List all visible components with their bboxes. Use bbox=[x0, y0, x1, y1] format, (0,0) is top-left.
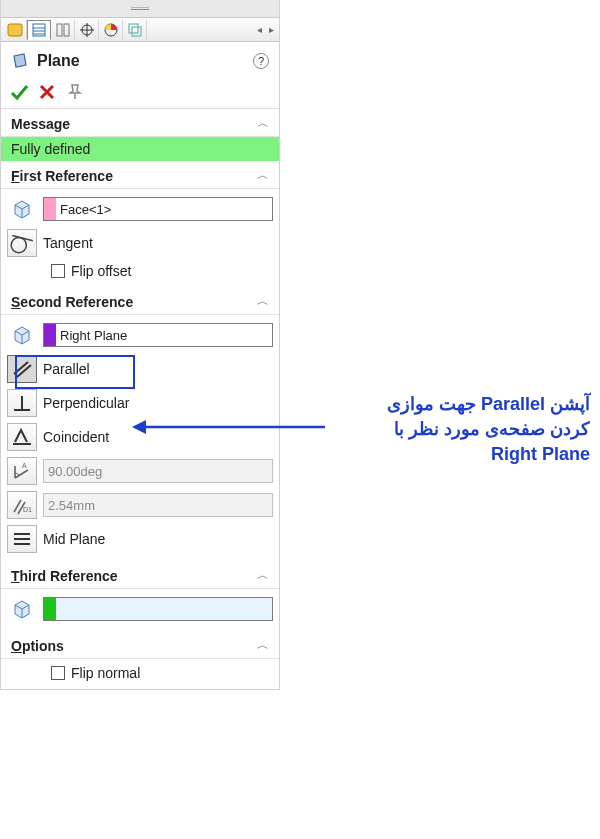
flip-offset-checkbox[interactable] bbox=[51, 264, 65, 278]
third-reference-header[interactable]: Third Reference ︿ bbox=[1, 561, 279, 589]
annotation-text: آپشن Parallel جهت موازی کردن صفحه‌ی مورد… bbox=[300, 392, 590, 468]
midplane-label: Mid Plane bbox=[43, 531, 105, 547]
svg-rect-12 bbox=[132, 27, 141, 36]
annotation-line-3: Right Plane bbox=[300, 442, 590, 467]
flip-normal-label: Flip normal bbox=[71, 665, 140, 681]
options-header[interactable]: Options ︿ bbox=[1, 631, 279, 659]
third-reference-input[interactable] bbox=[43, 597, 273, 621]
perpendicular-label: Perpendicular bbox=[43, 395, 129, 411]
coincident-option-button[interactable] bbox=[7, 423, 37, 451]
second-reference-body: Right Plane Parallel Perpendicular Coinc… bbox=[1, 315, 279, 561]
first-reference-body: Face<1> Tangent Flip offset bbox=[1, 189, 279, 287]
tab-scroll-right[interactable]: ▸ bbox=[265, 24, 277, 35]
plane-icon bbox=[11, 52, 29, 70]
cancel-button[interactable] bbox=[37, 82, 57, 102]
distance-option-button[interactable]: D1 bbox=[7, 491, 37, 519]
midplane-option-button[interactable] bbox=[7, 525, 37, 553]
distance-input: 2.54mm bbox=[43, 493, 273, 517]
selection-color-purple bbox=[44, 324, 56, 346]
message-status: Fully defined bbox=[1, 137, 279, 161]
tab-dimxpert[interactable] bbox=[75, 20, 99, 40]
title-row: Plane ? bbox=[1, 42, 279, 78]
second-reference-label: Second Reference bbox=[11, 294, 133, 310]
first-reference-header[interactable]: First Reference ︿ bbox=[1, 161, 279, 189]
third-reference-body bbox=[1, 589, 279, 631]
ok-button[interactable] bbox=[9, 82, 29, 102]
panel-drag-handle[interactable] bbox=[1, 0, 279, 18]
second-reference-value: Right Plane bbox=[56, 328, 272, 343]
tab-nav: ◂ ▸ bbox=[253, 24, 277, 35]
chevron-up-icon: ︿ bbox=[257, 167, 269, 184]
angle-input: 90.00deg bbox=[43, 459, 273, 483]
feature-title: Plane bbox=[37, 52, 253, 70]
property-manager-panel: ◂ ▸ Plane ? Message ︿ Fully defined Firs… bbox=[0, 0, 280, 690]
parallel-label: Parallel bbox=[43, 361, 90, 377]
perpendicular-option-button[interactable] bbox=[7, 389, 37, 417]
selection-color-green bbox=[44, 598, 56, 620]
parallel-option-button[interactable] bbox=[7, 355, 37, 383]
options-label: Options bbox=[11, 638, 64, 654]
svg-text:A: A bbox=[22, 462, 27, 469]
second-reference-header[interactable]: Second Reference ︿ bbox=[1, 287, 279, 315]
third-ref-cube-icon[interactable] bbox=[7, 595, 37, 623]
options-body: Flip normal bbox=[1, 659, 279, 689]
third-reference-label: Third Reference bbox=[11, 568, 118, 584]
tab-configuration-manager[interactable] bbox=[51, 20, 75, 40]
message-header[interactable]: Message ︿ bbox=[1, 109, 279, 137]
svg-line-16 bbox=[17, 365, 31, 377]
message-body: Fully defined bbox=[1, 137, 279, 161]
svg-rect-0 bbox=[8, 24, 22, 36]
svg-rect-11 bbox=[129, 24, 138, 33]
chevron-up-icon: ︿ bbox=[257, 293, 269, 310]
tab-feature-manager[interactable] bbox=[3, 20, 27, 40]
first-reference-value: Face<1> bbox=[56, 202, 272, 217]
svg-text:D1: D1 bbox=[23, 506, 32, 513]
angle-option-button[interactable]: A bbox=[7, 457, 37, 485]
svg-line-15 bbox=[14, 362, 28, 374]
annotation-line-1: آپشن Parallel جهت موازی bbox=[300, 392, 590, 417]
first-reference-label: First Reference bbox=[11, 168, 113, 184]
svg-rect-5 bbox=[57, 24, 62, 36]
first-reference-input[interactable]: Face<1> bbox=[43, 197, 273, 221]
coincident-label: Coincident bbox=[43, 429, 109, 445]
flip-offset-label: Flip offset bbox=[71, 263, 131, 279]
flip-normal-checkbox[interactable] bbox=[51, 666, 65, 680]
second-reference-input[interactable]: Right Plane bbox=[43, 323, 273, 347]
svg-rect-6 bbox=[64, 24, 69, 36]
tab-display-manager[interactable] bbox=[99, 20, 123, 40]
selection-color-pink bbox=[44, 198, 56, 220]
chevron-up-icon: ︿ bbox=[257, 567, 269, 584]
pin-button[interactable] bbox=[65, 82, 85, 102]
tab-property-manager[interactable] bbox=[27, 20, 51, 40]
annotation-line-2: کردن صفحه‌ی مورد نظر با bbox=[300, 417, 590, 442]
chevron-up-icon: ︿ bbox=[257, 115, 269, 132]
first-ref-cube-icon[interactable] bbox=[7, 195, 37, 223]
tangent-option-button[interactable] bbox=[7, 229, 37, 257]
help-icon[interactable]: ? bbox=[253, 53, 269, 69]
tangent-label: Tangent bbox=[43, 235, 93, 251]
action-row bbox=[1, 78, 279, 109]
chevron-up-icon: ︿ bbox=[257, 637, 269, 654]
tab-extra[interactable] bbox=[123, 20, 147, 40]
svg-point-13 bbox=[11, 238, 26, 253]
second-ref-cube-icon[interactable] bbox=[7, 321, 37, 349]
message-header-label: Message bbox=[11, 116, 70, 132]
tab-scroll-left[interactable]: ◂ bbox=[253, 24, 265, 35]
tab-bar: ◂ ▸ bbox=[1, 18, 279, 42]
